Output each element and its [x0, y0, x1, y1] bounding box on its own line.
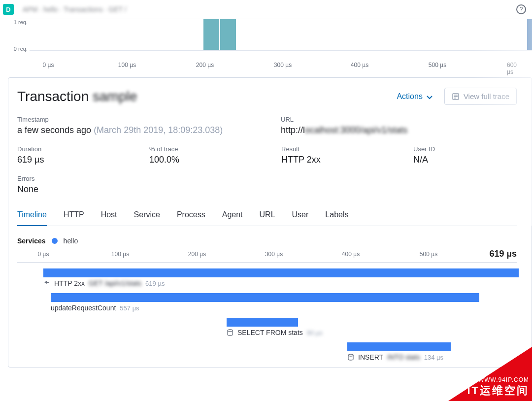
service-color-dot [52, 238, 58, 244]
meta-duration: Duration 619 µs [17, 145, 149, 165]
axis-line [30, 50, 532, 51]
view-full-trace-button[interactable]: View full trace [444, 88, 517, 105]
span-row[interactable]: updateRequestCount 557 µs [17, 293, 517, 318]
tab-host[interactable]: Host [101, 204, 117, 226]
span-bar[interactable] [43, 268, 519, 277]
breadcrumb[interactable]: APM · hello · Transactions · GET / [23, 5, 516, 13]
span-label: SELECT FROM stats 90 µs [227, 329, 323, 336]
actions-dropdown[interactable]: Actions [397, 92, 432, 101]
detail-tabs: Timeline HTTP Host Service Process Agent… [17, 204, 517, 226]
histogram-bar[interactable] [527, 19, 532, 50]
document-icon [452, 93, 460, 100]
histogram-bar[interactable] [220, 19, 236, 50]
svg-point-1 [228, 330, 233, 332]
histogram-bars [30, 19, 532, 50]
span-label: HTTP 2xx GET /api/v1/stats 619 µs [43, 279, 165, 287]
timeline-total: 619 µs [490, 249, 517, 259]
panel-title: Transaction sample [17, 89, 137, 104]
span-label: updateRequestCount 557 µs [51, 304, 139, 312]
database-icon [347, 354, 354, 361]
help-icon[interactable]: ? [516, 4, 526, 14]
meta-timestamp: Timestamp a few seconds ago (March 29th … [17, 116, 281, 135]
meta-row-3: Errors None [17, 175, 517, 195]
span-row[interactable]: SELECT FROM stats 90 µs [17, 318, 517, 342]
panel-header: Transaction sample Actions View full tra… [17, 88, 517, 105]
tab-timeline[interactable]: Timeline [17, 204, 47, 226]
tab-http[interactable]: HTTP [64, 204, 84, 226]
transaction-panel: Transaction sample Actions View full tra… [8, 77, 532, 368]
meta-errors: Errors None [17, 175, 38, 195]
meta-url: URL http://localhost:3000/api/v1/stats [281, 116, 407, 135]
y-tick-1: 1 req. [0, 19, 28, 25]
tab-process[interactable]: Process [177, 204, 205, 226]
timeline-body: HTTP 2xx GET /api/v1/stats 619 µs update… [17, 263, 517, 367]
tab-agent[interactable]: Agent [222, 204, 243, 226]
histogram-bar[interactable] [203, 19, 219, 50]
y-tick-0: 0 req. [0, 46, 28, 52]
transaction-icon [43, 280, 50, 287]
meta-row-1: Timestamp a few seconds ago (March 29th … [17, 116, 517, 135]
meta-user: User ID N/A [413, 145, 435, 165]
latency-histogram: 1 req. 0 req. 0 µs 100 µs 200 µs 300 µs … [0, 19, 532, 68]
tab-url[interactable]: URL [260, 204, 275, 226]
services-legend: Services hello [17, 237, 517, 245]
database-icon [227, 329, 233, 336]
span-label: INSERT INTO stats 134 µs [347, 353, 443, 361]
span-bar[interactable] [347, 342, 451, 351]
span-bar[interactable] [51, 293, 479, 302]
meta-pct: % of trace 100.0% [149, 145, 281, 165]
span-row[interactable]: HTTP 2xx GET /api/v1/stats 619 µs [17, 268, 517, 293]
meta-row-2: Duration 619 µs % of trace 100.0% Result… [17, 145, 517, 165]
tab-service[interactable]: Service [134, 204, 160, 226]
meta-result: Result HTTP 2xx [281, 145, 413, 165]
tab-user[interactable]: User [292, 204, 309, 226]
chevron-down-icon [427, 94, 432, 100]
watermark-text: WWW.94IP.COM IT运维空间 [467, 376, 529, 398]
span-bar[interactable] [227, 318, 298, 327]
app-logo[interactable]: D [3, 4, 14, 15]
timeline-axis: 0 µs 100 µs 200 µs 300 µs 400 µs 500 µs … [17, 250, 517, 263]
topbar: D APM · hello · Transactions · GET / ? [0, 0, 532, 19]
svg-point-2 [348, 354, 353, 356]
span-row[interactable]: INSERT INTO stats 134 µs [17, 342, 517, 367]
tab-labels[interactable]: Labels [325, 204, 348, 226]
